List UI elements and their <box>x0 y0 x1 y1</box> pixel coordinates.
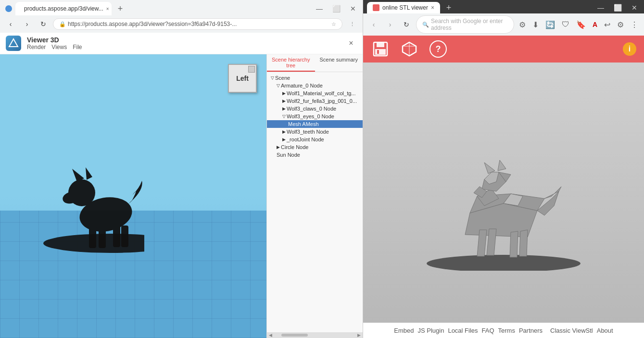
viewer3d-app-window: Viewer 3D Render Views File × Left <box>0 33 363 338</box>
new-tab-button-left[interactable]: + <box>114 3 127 14</box>
tree-arrow-rootjoint: ▶ <box>282 137 286 142</box>
tree-item-wolf3-eyes[interactable]: ▽ Wolf3_eyes_0 Node <box>267 113 363 120</box>
svg-rect-13 <box>375 49 386 55</box>
view-cube[interactable]: Left <box>228 64 257 93</box>
svg-rect-8 <box>99 228 106 248</box>
tree-label-armature: Armature_0 Node <box>281 83 323 88</box>
tree-item-circle[interactable]: ▶ Circle Node <box>267 143 363 151</box>
new-tab-button-right[interactable]: + <box>442 2 455 13</box>
right-active-tab[interactable]: online STL viewer × <box>367 2 440 13</box>
footer-link-classic-viewstl[interactable]: Classic ViewStl <box>550 327 593 334</box>
restore-button[interactable]: ⬜ <box>329 4 343 13</box>
footer-link-faq[interactable]: FAQ <box>482 327 494 334</box>
right-viewport <box>363 63 644 323</box>
right-ext-icon-5[interactable]: 🔖 <box>574 19 588 30</box>
svg-rect-9 <box>113 224 120 247</box>
extensions-button[interactable]: ⋮ <box>345 17 359 31</box>
right-tab-label: online STL viewer <box>382 4 428 11</box>
right-close[interactable]: ✕ <box>629 3 640 13</box>
tab-scene-hierarchy[interactable]: Scene hierarchy tree <box>267 54 315 72</box>
tree-item-wolf3-teeth[interactable]: ▶ Wolf3_teeth Node <box>267 128 363 136</box>
scroll-left-arrow[interactable]: ◀ <box>269 333 272 338</box>
right-ext-icon-8[interactable]: ⚙ <box>615 19 626 30</box>
reload-button[interactable]: ↻ <box>37 17 50 31</box>
footer-link-embed[interactable]: Embed <box>394 327 414 334</box>
right-tab-close[interactable]: × <box>431 4 434 11</box>
tree-item-wolf1[interactable]: ▶ Wolf1_Material_wolf_col_tg... <box>267 89 363 97</box>
tab-close-left[interactable]: × <box>106 5 109 13</box>
tree-label-rootjoint: _rootJoint Node <box>287 137 324 142</box>
right-forward-button[interactable]: › <box>383 18 397 31</box>
toolbar-save-icon[interactable] <box>371 39 390 59</box>
tree-label-mesh-amesh: Mesh AMesh <box>288 121 319 127</box>
svg-marker-33 <box>519 230 528 256</box>
footer-link-js-plugin[interactable]: JS Plugin <box>417 327 444 334</box>
tree-item-mesh-amesh[interactable]: Mesh AMesh <box>267 120 363 128</box>
right-address-bar[interactable]: 🔍 Search with Google or enter address <box>416 15 514 34</box>
tree-arrow-wolf3-teeth: ▶ <box>282 129 286 134</box>
active-tab-left[interactable]: products.aspose.app/3d/view... × <box>15 2 112 15</box>
footer-link-local-files[interactable]: Local Files <box>448 327 478 334</box>
right-reload-button[interactable]: ↻ <box>400 18 413 31</box>
toolbar-help-icon[interactable]: ? <box>429 39 448 59</box>
right-ext-icon-2[interactable]: ⬇ <box>530 19 541 30</box>
right-search-icon: 🔍 <box>422 22 429 28</box>
app-logo <box>6 36 21 51</box>
toolbar-3d-icon[interactable] <box>400 39 419 59</box>
back-button[interactable]: ‹ <box>4 17 17 31</box>
tree-item-sun[interactable]: Sun Node <box>267 151 363 159</box>
tree-item-armature[interactable]: ▽ Armature_0 Node <box>267 82 363 89</box>
footer-links: Embed JS Plugin Local Files FAQ Terms Pa… <box>363 323 644 338</box>
right-back-button[interactable]: ‹ <box>367 18 380 31</box>
tree-arrow-circle: ▶ <box>277 145 280 150</box>
tree-label-wolf1: Wolf1_Material_wolf_col_tg... <box>287 90 355 96</box>
svg-marker-32 <box>510 231 518 257</box>
right-tab-favicon <box>373 4 379 11</box>
svg-rect-14 <box>377 50 379 54</box>
tree-label-wolf3-claws: Wolf3_claws_0 Node <box>287 106 336 112</box>
right-restore[interactable]: ⬜ <box>611 3 625 13</box>
right-ext-icon-7[interactable]: ↩ <box>602 19 612 30</box>
svg-rect-12 <box>377 42 384 47</box>
right-ext-icon-1[interactable]: ⚙ <box>517 19 528 30</box>
right-ext-icon-3[interactable]: 🔄 <box>543 19 557 30</box>
menu-views[interactable]: Views <box>51 44 67 50</box>
right-menu-dots[interactable]: ⋮ <box>629 19 640 30</box>
lock-icon: 🔒 <box>59 21 66 27</box>
right-address-placeholder: Search with Google or enter address <box>431 18 508 31</box>
tree-item-rootjoint[interactable]: ▶ _rootJoint Node <box>267 136 363 143</box>
right-minimize[interactable]: — <box>594 3 607 13</box>
address-bar-left[interactable]: 🔒 https://products.aspose.app/3d/viewer?… <box>53 18 342 30</box>
left-browser-window: products.aspose.app/3d/view... × + — ⬜ ✕… <box>0 0 363 338</box>
right-browser-window: online STL viewer × + — ⬜ ✕ ‹ › ↻ 🔍 Sear… <box>363 0 644 338</box>
scroll-track-inner <box>274 334 355 337</box>
scroll-right-arrow[interactable]: ▶ <box>357 333 361 338</box>
tree-label-wolf3-teeth: Wolf3_teeth Node <box>287 129 329 135</box>
tree-label-circle: Circle Node <box>281 144 308 150</box>
url-text: https://products.aspose.app/3d/viewer?se… <box>68 21 329 27</box>
app-close-button[interactable]: × <box>345 38 357 49</box>
tree-item-wolf3-claws[interactable]: ▶ Wolf3_claws_0 Node <box>267 105 363 113</box>
close-window-button[interactable]: ✕ <box>347 4 359 13</box>
svg-point-18 <box>427 255 581 271</box>
right-ext-icon-4[interactable]: 🛡 <box>560 19 571 30</box>
tab-scene-summary[interactable]: Scene summary <box>315 54 363 72</box>
bookmark-icon: ☆ <box>331 21 336 27</box>
footer-link-partners[interactable]: Partners <box>519 327 543 334</box>
info-badge[interactable]: i <box>623 42 636 56</box>
scroll-thumb[interactable] <box>281 334 308 337</box>
forward-button[interactable]: › <box>20 17 34 31</box>
viewport-3d: Left <box>0 54 266 338</box>
footer-link-terms[interactable]: Terms <box>498 327 515 334</box>
scroll-track: ◀ ▶ <box>269 333 361 338</box>
menu-render[interactable]: Render <box>27 44 46 50</box>
minimize-button[interactable]: — <box>313 4 326 13</box>
tree-item-wolf2[interactable]: ▶ Wolf2_fur_fella3_jpg_001_0... <box>267 97 363 105</box>
right-ext-icon-6[interactable]: A <box>591 20 599 29</box>
tree-item-scene[interactable]: ▽ Scene <box>267 74 363 82</box>
app-title-group: Viewer 3D Render Views File <box>27 36 82 50</box>
menu-file[interactable]: File <box>73 44 82 50</box>
footer-link-about[interactable]: About <box>597 327 613 334</box>
horizontal-scrollbar[interactable]: ◀ ▶ <box>267 332 363 338</box>
tree-arrow-wolf1: ▶ <box>282 91 286 96</box>
